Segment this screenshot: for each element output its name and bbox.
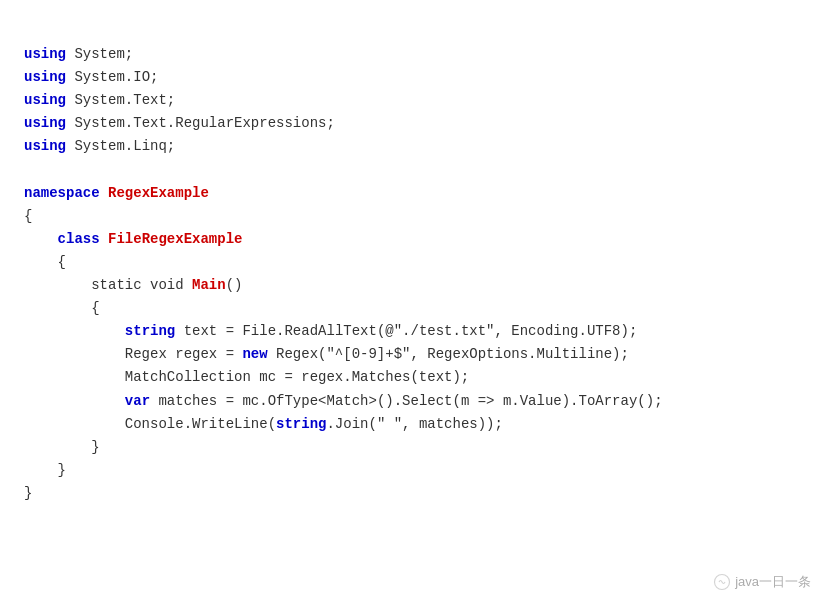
line-12: { [24,300,100,316]
line-2: using System.IO; [24,69,158,85]
watermark-text: java一日一条 [735,573,811,591]
line-10: { [24,254,66,270]
line-20: } [24,485,32,501]
line-1: using System; [24,46,133,62]
line-4: using System.Text.RegularExpressions; [24,115,335,131]
line-13: string text = File.ReadAllText(@"./test.… [24,323,637,339]
line-14: Regex regex = new Regex("^[0-9]+$", Rege… [24,346,629,362]
line-8: { [24,208,32,224]
line-9: class FileRegexExample [24,231,242,247]
line-3: using System.Text; [24,92,175,108]
line-11: static void Main() [24,277,242,293]
line-7: namespace RegexExample [24,185,209,201]
line-18: } [24,439,100,455]
line-15: MatchCollection mc = regex.Matches(text)… [24,369,469,385]
code-block: using System; using System.IO; using Sys… [24,20,811,528]
watermark-icon [713,573,731,591]
line-16: var matches = mc.OfType<Match>().Select(… [24,393,663,409]
line-5: using System.Linq; [24,138,175,154]
watermark: java一日一条 [713,573,811,591]
line-19: } [24,462,66,478]
line-17: Console.WriteLine(string.Join(" ", match… [24,416,503,432]
code-container: using System; using System.IO; using Sys… [0,0,835,609]
